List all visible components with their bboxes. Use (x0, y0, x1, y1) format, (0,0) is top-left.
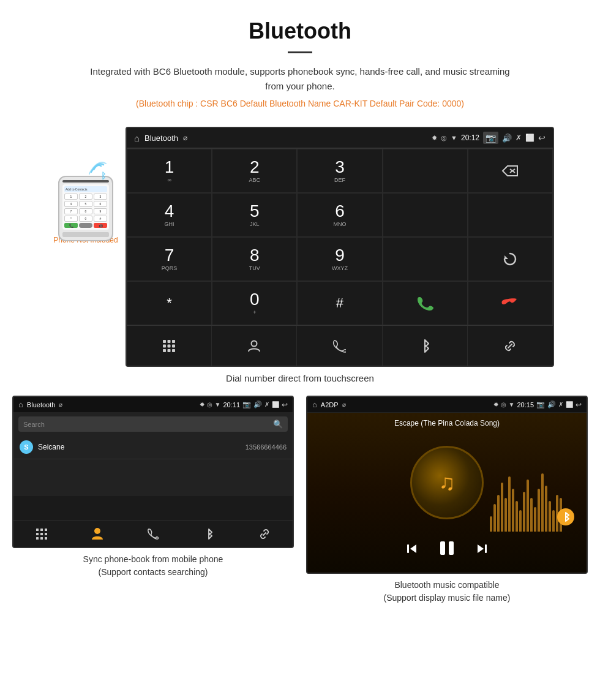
pb-nav-link[interactable] (237, 521, 293, 547)
keypad-refresh[interactable] (468, 237, 553, 281)
pb-nav-bt[interactable] (181, 521, 237, 547)
keypad-1[interactable]: 1 ∞ (127, 149, 212, 193)
camera-icon[interactable]: 📷 (483, 132, 498, 144)
header-section: Bluetooth Integrated with BC6 Bluetooth … (0, 0, 600, 127)
close-icon[interactable]: ✗ (516, 134, 522, 142)
pb-cam-icon[interactable]: 📷 (242, 401, 251, 408)
pb-status-left: ⌂ Bluetooth ⌀ (18, 400, 62, 409)
home-icon[interactable]: ⌂ (134, 133, 140, 143)
svg-text:ᛒ: ᛒ (101, 171, 106, 181)
svg-rect-12 (168, 349, 171, 352)
keypad-5[interactable]: 5 JKL (212, 193, 297, 237)
mini-key-1: 1 (64, 194, 78, 200)
bluetooth-status-icon: ✸ (432, 134, 437, 142)
pb-back-icon[interactable]: ↩ (282, 401, 288, 409)
keypad-backspace[interactable] (468, 149, 553, 193)
keypad-grid: 1 ∞ 2 ABC 3 DEF 4 GHI (127, 148, 553, 325)
keypad-bottom-nav (127, 325, 553, 366)
pb-bottom-nav (13, 521, 293, 547)
contact-avatar: S (20, 440, 33, 454)
pb-nav-person[interactable] (69, 521, 125, 547)
nav-phone[interactable] (297, 326, 382, 366)
nav-bluetooth[interactable] (383, 326, 468, 366)
phone-mockup: ᛒ Add to Contacts 1 2 3 4 5 6 (46, 127, 126, 244)
keypad-2[interactable]: 2 ABC (212, 149, 297, 193)
pb-home-icon[interactable]: ⌂ (18, 400, 23, 409)
pb-close-icon[interactable]: ✗ (264, 401, 269, 408)
mini-key-0: 0 (79, 216, 92, 222)
music-status-right: ✸ ◎ ▼ 20:15 📷 🔊 ✗ ⬜ ↩ (493, 401, 582, 409)
pb-nav-phone[interactable] (125, 521, 181, 547)
svg-rect-20 (45, 533, 47, 535)
pb-win-icon[interactable]: ⬜ (272, 401, 279, 408)
svg-marker-29 (478, 544, 484, 553)
volume-icon[interactable]: 🔊 (502, 134, 512, 143)
keypad-8[interactable]: 8 TUV (212, 237, 297, 281)
svg-rect-23 (45, 537, 47, 540)
contact-number: 13566664466 (246, 443, 287, 451)
back-icon[interactable]: ↩ (538, 133, 546, 143)
music-close-icon[interactable]: ✗ (558, 401, 563, 408)
phonebook-caption: Sync phone-book from mobile phone (Suppo… (12, 553, 294, 579)
contact-row[interactable]: S Seicane 13566664466 (13, 435, 293, 459)
pb-loc-icon: ◎ (207, 401, 212, 408)
keypad-4[interactable]: 4 GHI (127, 193, 212, 237)
pb-vol-icon[interactable]: 🔊 (253, 401, 262, 408)
svg-rect-15 (36, 529, 39, 531)
prev-button[interactable] (405, 541, 419, 560)
wifi-icon: ▼ (451, 134, 457, 141)
nav-link[interactable] (468, 326, 553, 366)
svg-rect-18 (36, 533, 39, 535)
svg-marker-1 (503, 166, 517, 176)
keypad-hash[interactable]: # (297, 281, 382, 325)
music-win-icon[interactable]: ⬜ (566, 401, 573, 408)
pb-status-bar: ⌂ Bluetooth ⌀ ✸ ◎ ▼ 20:11 📷 🔊 ✗ ⬜ ↩ (13, 397, 293, 413)
dial-status-left: ⌂ Bluetooth ⌀ (134, 133, 187, 143)
keypad-7[interactable]: 7 PQRS (127, 237, 212, 281)
contact-list: S Seicane 13566664466 (13, 435, 293, 459)
svg-rect-11 (163, 349, 166, 352)
album-art-container: ♫ (313, 434, 580, 532)
keypad-0[interactable]: 0 + (212, 281, 297, 325)
music-vol-icon[interactable]: 🔊 (547, 401, 556, 408)
mini-key-7: 7 (64, 208, 78, 214)
window-icon[interactable]: ⬜ (525, 134, 534, 142)
keypad-empty-4 (383, 237, 468, 281)
keypad-9[interactable]: 9 WXYZ (297, 237, 382, 281)
music-cam-icon[interactable]: 📷 (536, 401, 545, 408)
svg-rect-27 (440, 541, 445, 555)
svg-rect-6 (168, 340, 171, 343)
nav-dialpad[interactable] (127, 326, 212, 366)
play-pause-button[interactable] (438, 539, 456, 562)
music-time: 20:15 (517, 401, 534, 408)
music-status-left: ⌂ A2DP ⌀ (312, 400, 346, 409)
pb-time: 20:11 (223, 401, 240, 408)
keypad-call-red[interactable] (468, 281, 553, 325)
header-specs: (Bluetooth chip : CSR BC6 Default Blueto… (12, 99, 588, 108)
svg-rect-17 (45, 529, 47, 531)
music-content: Escape (The Pina Colada Song) ♫ (307, 413, 587, 573)
keypad-3[interactable]: 3 DEF (297, 149, 382, 193)
svg-rect-21 (36, 537, 39, 540)
pb-nav-grid[interactable] (13, 521, 69, 547)
search-icon[interactable]: 🔍 (273, 420, 283, 429)
music-bt-badge (557, 508, 574, 525)
mini-key-9: 9 (94, 208, 107, 214)
music-note-icon: ♫ (439, 470, 456, 495)
mini-key-5: 5 (79, 201, 92, 207)
dial-status-right: ✸ ◎ ▼ 20:12 📷 🔊 ✗ ⬜ ↩ (432, 132, 546, 144)
music-back-icon[interactable]: ↩ (576, 401, 582, 409)
svg-point-14 (252, 341, 257, 346)
svg-marker-4 (504, 255, 508, 259)
search-placeholder: Search (23, 421, 273, 428)
keypad-call-green[interactable] (383, 281, 468, 325)
svg-rect-8 (163, 344, 166, 347)
keypad-star[interactable]: * (127, 281, 212, 325)
dial-title: Bluetooth (144, 134, 178, 143)
svg-rect-30 (485, 544, 487, 553)
signal-waves-icon: ᛒ (89, 157, 113, 186)
keypad-6[interactable]: 6 MNO (297, 193, 382, 237)
music-home-icon[interactable]: ⌂ (312, 400, 317, 409)
nav-contacts[interactable] (212, 326, 297, 366)
next-button[interactable] (474, 541, 489, 560)
